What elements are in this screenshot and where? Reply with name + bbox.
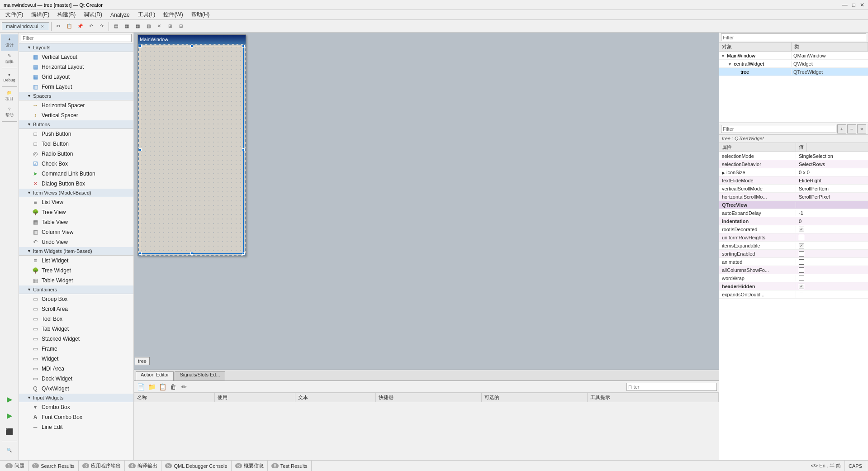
prop-filter-add-btn[interactable]: + xyxy=(837,124,846,133)
obj-row-central-widget[interactable]: ▼ centralWidget QWidget xyxy=(719,60,868,68)
section-layouts[interactable]: ▼ Layouts xyxy=(19,43,133,52)
section-containers[interactable]: ▼ Containers xyxy=(19,285,133,294)
widget-frame[interactable]: ▭ Frame xyxy=(19,344,133,354)
widget-list-view[interactable]: ≡ List View xyxy=(19,197,133,207)
prop-row-horizontal-scroll[interactable]: horizontalScrollMo... ScrollPerPixel xyxy=(719,193,868,201)
sidebar-icon-debug[interactable]: ● Debug xyxy=(1,69,18,86)
prop-row-animated[interactable]: animated xyxy=(719,258,868,266)
widget-dialog-button-box[interactable]: ✕ Dialog Button Box xyxy=(19,179,133,189)
widget-widget[interactable]: ▭ Widget xyxy=(19,354,133,364)
close-button[interactable]: ✕ xyxy=(860,2,864,8)
status-item-compile-output[interactable]: 4 编译输出 xyxy=(125,461,161,471)
prop-row-indentation[interactable]: indentation 0 xyxy=(719,217,868,225)
toolbar-btn-layout-h[interactable]: ▤ xyxy=(111,21,121,31)
toolbar-btn-tab[interactable]: ⊟ xyxy=(176,21,186,31)
toolbar-btn-2[interactable]: 📋 xyxy=(64,21,74,31)
sidebar-icon-help[interactable]: ? 帮助 xyxy=(1,104,18,120)
section-buttons[interactable]: ▼ Buttons xyxy=(19,120,133,129)
section-item-views[interactable]: ▼ Item Views (Model-Based) xyxy=(19,189,133,197)
widget-stacked-widget[interactable]: ▭ Stacked Widget xyxy=(19,334,133,344)
menu-item-b[interactable]: 构建(B) xyxy=(54,10,79,19)
section-input-widgets[interactable]: ▼ Input Widgets xyxy=(19,394,133,402)
toolbar-btn-layout-f[interactable]: ▥ xyxy=(143,21,153,31)
widget-qax-widget[interactable]: Q QAxWidget xyxy=(19,384,133,394)
widget-horizontal-layout[interactable]: ▤ Horizontal Layout xyxy=(19,62,133,72)
status-item-app-output[interactable]: 3 应用程序输出 xyxy=(79,461,125,471)
sidebar-icon-stop[interactable]: ⬛ xyxy=(1,423,18,440)
widget-mdi-area[interactable]: ▭ MDI Area xyxy=(19,364,133,374)
widget-push-button[interactable]: □ Push Button xyxy=(19,129,133,139)
widget-font-combo-box[interactable]: A Font Combo Box xyxy=(19,412,133,422)
widget-check-box[interactable]: ☑ Check Box xyxy=(19,159,133,169)
widget-scroll-area[interactable]: ▭ Scroll Area xyxy=(19,304,133,314)
widget-undo-view[interactable]: ↶ Undo View xyxy=(19,237,133,247)
sidebar-icon-projects[interactable]: 📁 项目 xyxy=(1,88,18,104)
delete-action-button[interactable]: 🗑 xyxy=(168,382,178,392)
prop-row-all-columns[interactable]: allColumnsShowFo... xyxy=(719,266,868,274)
widget-vertical-layout[interactable]: ▦ Vertical Layout xyxy=(19,52,133,62)
widget-column-view[interactable]: ▥ Column View xyxy=(19,227,133,237)
form-content[interactable] xyxy=(138,44,246,256)
status-item-search[interactable]: 2 Search Results xyxy=(28,461,79,471)
signals-slots-tab[interactable]: Signals/Slots Ed... xyxy=(175,371,225,381)
prop-row-items-expandable[interactable]: itemsExpandable xyxy=(719,242,868,250)
status-item-problems[interactable]: 1 问题 xyxy=(2,461,28,471)
action-editor-tab[interactable]: Action Editor xyxy=(136,371,174,381)
toolbar-btn-break[interactable]: ✕ xyxy=(154,21,164,31)
widget-radio-button[interactable]: ◎ Radio Button xyxy=(19,149,133,159)
uniform-rows-checkbox[interactable] xyxy=(799,235,804,240)
widget-filter-input[interactable] xyxy=(21,34,132,42)
all-columns-checkbox[interactable] xyxy=(799,267,804,273)
obj-row-tree[interactable]: tree QTreeWidget xyxy=(719,68,868,76)
toolbar-btn-1[interactable]: ✂ xyxy=(53,21,63,31)
section-spacers[interactable]: ▼ Spacers xyxy=(19,92,133,100)
word-wrap-checkbox[interactable] xyxy=(799,276,804,281)
menu-item-l[interactable]: 工具(L) xyxy=(134,10,159,19)
menu-item-analyze[interactable]: Analyze xyxy=(107,11,133,19)
edit-action-button[interactable]: ✏ xyxy=(179,382,189,392)
file-tab[interactable]: mainwindow.ui × xyxy=(2,22,49,30)
prop-row-selection-behavior[interactable]: selectionBehavior SelectRows xyxy=(719,160,868,168)
menu-item-e[interactable]: 编辑(E) xyxy=(28,10,53,19)
close-tab-button[interactable]: × xyxy=(40,24,45,29)
toolbar-btn-layout-v[interactable]: ▦ xyxy=(122,21,132,31)
widget-tree-widget[interactable]: 🌳 Tree Widget xyxy=(19,266,133,276)
menu-item-f[interactable]: 文件(F) xyxy=(2,10,27,19)
header-hidden-checkbox[interactable] xyxy=(799,284,804,289)
widget-combo-box[interactable]: ▾ Combo Box xyxy=(19,402,133,412)
copy-action-button[interactable]: 📋 xyxy=(157,382,167,392)
prop-row-sorting-enabled[interactable]: sortingEnabled xyxy=(719,250,868,258)
prop-filter-minus-btn[interactable]: − xyxy=(847,124,856,133)
menu-item-d[interactable]: 调试(D) xyxy=(80,10,106,19)
action-filter-input[interactable] xyxy=(626,383,717,391)
status-item-summary[interactable]: 6 概要信息 xyxy=(232,461,268,471)
animated-checkbox[interactable] xyxy=(799,259,804,265)
widget-tool-box[interactable]: ▭ Tool Box xyxy=(19,314,133,324)
widget-form-layout[interactable]: ▥ Form Layout xyxy=(19,82,133,92)
sidebar-icon-run[interactable]: ▶ xyxy=(1,391,18,407)
menu-item-h[interactable]: 帮助(H) xyxy=(188,10,213,19)
widget-command-link-button[interactable]: ➤ Command Link Button xyxy=(19,169,133,179)
prop-row-icon-size[interactable]: ▶iconSize 0 x 0 xyxy=(719,168,868,176)
widget-table-widget[interactable]: ▦ Table Widget xyxy=(19,276,133,285)
prop-row-root-decorated[interactable]: rootIsDecorated xyxy=(719,225,868,233)
maximize-button[interactable]: □ xyxy=(852,2,855,8)
toolbar-btn-3[interactable]: 📌 xyxy=(75,21,85,31)
widget-tab-widget[interactable]: ▭ Tab Widget xyxy=(19,324,133,334)
widget-vertical-spacer[interactable]: ↕ Vertical Spacer xyxy=(19,110,133,120)
prop-row-expands-on-double[interactable]: expandsOnDoubl... xyxy=(719,290,868,299)
minimize-button[interactable]: — xyxy=(842,2,848,8)
toolbar-btn-4[interactable]: ↶ xyxy=(86,21,96,31)
prop-row-header-hidden[interactable]: headerHidden xyxy=(719,282,868,290)
obj-row-mainwindow[interactable]: ▼ MainWindow QMainWindow xyxy=(719,52,868,60)
status-item-qml-debugger[interactable]: 5 QML Debugger Console xyxy=(161,461,232,471)
prop-row-vertical-scroll[interactable]: verticalScrollMode ScrollPerItem xyxy=(719,185,868,193)
menu-item-w[interactable]: 控件(W) xyxy=(160,10,186,19)
toolbar-btn-5[interactable]: ↷ xyxy=(97,21,107,31)
prop-row-uniform-rows[interactable]: uniformRowHeights xyxy=(719,233,868,242)
toolbar-btn-layout-g[interactable]: ▦ xyxy=(133,21,142,31)
section-item-widgets[interactable]: ▼ Item Widgets (Item-Based) xyxy=(19,247,133,256)
sidebar-icon-search[interactable]: 🔍 xyxy=(1,442,18,458)
widget-tool-button[interactable]: □ Tool Button xyxy=(19,139,133,149)
prop-row-selection-mode[interactable]: selectionMode SingleSelection xyxy=(719,152,868,160)
